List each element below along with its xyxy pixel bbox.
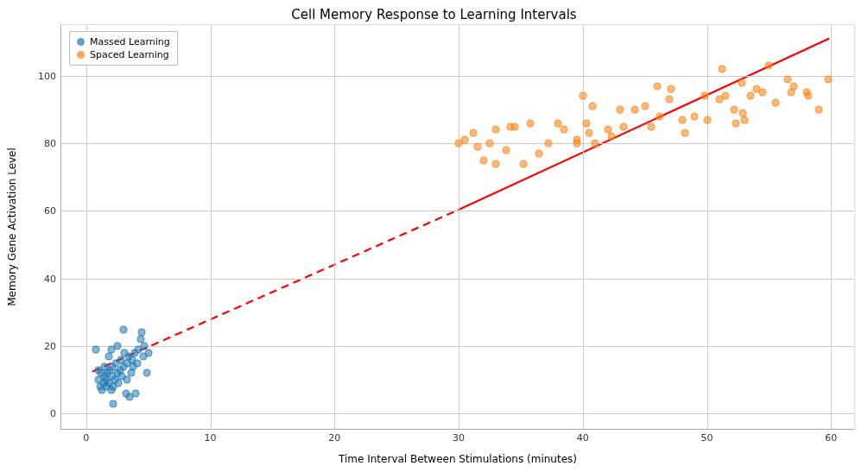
grid-line-h: [61, 413, 854, 414]
data-point: [132, 389, 140, 397]
data-point: [510, 123, 518, 130]
x-tick-label: 10: [205, 429, 217, 444]
grid-line-v: [707, 25, 708, 429]
y-tick-label: 20: [44, 341, 61, 352]
data-point: [589, 103, 597, 110]
chart-container: Cell Memory Response to Learning Interva…: [0, 0, 868, 472]
data-point: [573, 136, 580, 144]
data-point: [732, 119, 739, 127]
data-point: [585, 129, 592, 137]
data-point: [641, 103, 649, 110]
data-point: [765, 62, 773, 70]
data-point: [115, 380, 123, 387]
data-point: [479, 156, 487, 164]
data-point: [814, 105, 822, 113]
data-point: [667, 85, 675, 93]
data-point: [138, 329, 146, 337]
data-point: [790, 82, 798, 90]
data-point: [119, 325, 127, 333]
data-point: [788, 89, 795, 97]
y-tick-label: 100: [38, 70, 61, 81]
y-tick-label: 60: [44, 205, 61, 217]
grid-line-v: [831, 25, 832, 429]
legend-dot-icon: [77, 38, 85, 46]
data-point: [738, 79, 745, 86]
data-point: [92, 346, 100, 354]
data-point: [654, 82, 662, 90]
data-point: [703, 116, 711, 123]
data-point: [731, 105, 738, 113]
legend: Massed Learning Spaced Learning: [69, 31, 178, 66]
trend-line-layer: [61, 25, 854, 429]
data-point: [746, 92, 754, 100]
grid-line-h: [61, 211, 854, 211]
data-point: [700, 92, 708, 100]
grid-line-v: [583, 25, 584, 429]
data-point: [759, 89, 767, 97]
data-point: [473, 143, 481, 151]
data-point: [691, 112, 699, 120]
data-point: [740, 116, 748, 123]
data-point: [681, 129, 688, 137]
data-point: [110, 400, 117, 407]
grid-line-v: [86, 25, 87, 429]
data-point: [607, 133, 615, 141]
data-point: [656, 112, 663, 120]
data-point: [144, 349, 152, 356]
x-tick-label: 60: [825, 429, 837, 444]
data-point: [461, 136, 469, 144]
data-point: [805, 92, 813, 100]
data-point: [616, 105, 624, 113]
grid-line-v: [459, 25, 459, 429]
grid-line-v: [334, 25, 335, 429]
y-tick-label: 40: [44, 273, 61, 284]
data-point: [561, 126, 568, 134]
data-point: [105, 352, 112, 360]
data-point: [527, 119, 535, 127]
data-point: [535, 149, 543, 157]
grid-line-h: [61, 76, 854, 77]
data-point: [133, 359, 141, 367]
data-point: [771, 99, 779, 107]
data-point: [113, 343, 121, 350]
x-tick-label: 30: [453, 429, 465, 444]
legend-item-massed: Massed Learning: [77, 35, 170, 48]
y-tick-label: 80: [44, 138, 61, 149]
data-point: [470, 129, 478, 137]
legend-dot-icon: [77, 51, 85, 59]
data-point: [666, 96, 674, 104]
data-point: [492, 160, 500, 167]
legend-item-spaced: Spaced Learning: [77, 48, 170, 61]
data-point: [718, 65, 725, 72]
data-point: [544, 140, 552, 148]
x-tick-label: 20: [328, 429, 340, 444]
data-point: [620, 123, 628, 130]
legend-label: Spaced Learning: [90, 49, 169, 60]
data-point: [647, 123, 655, 130]
y-tick-label: 0: [50, 408, 61, 419]
grid-line-v: [211, 25, 212, 429]
data-point: [127, 369, 135, 377]
data-point: [492, 126, 500, 134]
data-point: [502, 146, 510, 154]
chart-title: Cell Memory Response to Learning Interva…: [0, 7, 868, 22]
legend-label: Massed Learning: [90, 36, 170, 47]
x-tick-label: 50: [701, 429, 713, 444]
data-point: [519, 160, 527, 167]
plot-area: 0204060801000102030405060: [60, 24, 855, 430]
grid-line-h: [61, 279, 854, 280]
data-point: [592, 140, 599, 148]
data-point: [678, 116, 686, 123]
y-axis-label: Memory Gene Activation Level: [6, 148, 18, 306]
data-point: [825, 75, 833, 83]
data-point: [554, 119, 562, 127]
x-tick-label: 40: [577, 429, 589, 444]
data-point: [783, 75, 791, 83]
data-point: [124, 376, 131, 384]
x-axis-label: Time Interval Between Stimulations (minu…: [60, 453, 855, 465]
grid-line-h: [61, 346, 854, 347]
data-point: [579, 92, 586, 100]
data-point: [485, 140, 493, 148]
data-point: [722, 92, 730, 100]
data-point: [143, 369, 151, 377]
